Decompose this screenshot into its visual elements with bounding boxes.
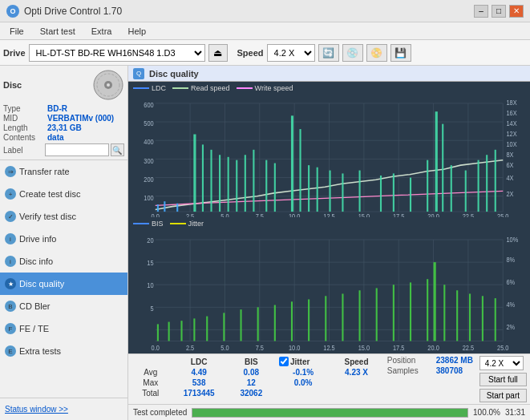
- disc-panel-header: Disc: [3, 69, 124, 101]
- svg-rect-53: [210, 150, 212, 212]
- sidebar-item-cd-bler-label: CD Bler: [19, 301, 51, 311]
- svg-rect-126: [308, 299, 310, 341]
- sidebar-menu: ⇒ Transfer rate + Create test disc ✓ Ver…: [0, 160, 127, 398]
- disc2-button[interactable]: 📀: [366, 44, 387, 62]
- minimize-button[interactable]: –: [474, 5, 488, 18]
- sidebar-item-drive-info-label: Drive info: [19, 234, 56, 244]
- disc-contents-value: data: [47, 133, 64, 142]
- svg-rect-131: [393, 285, 394, 341]
- right-stats: Position 23862 MB Samples 380708: [387, 356, 473, 402]
- speed-select[interactable]: 4.2 X 2.0 X 1.0 X: [267, 44, 315, 62]
- stats-total-label: Total: [131, 388, 170, 398]
- svg-rect-129: [359, 290, 361, 341]
- stats-avg-bis: 0.08: [229, 367, 274, 378]
- svg-text:6%: 6%: [507, 277, 516, 286]
- svg-text:4%: 4%: [507, 300, 516, 309]
- disc-quality-title: Disc quality: [149, 69, 199, 79]
- label-input[interactable]: [45, 143, 109, 156]
- sidebar-item-transfer-rate-label: Transfer rate: [19, 167, 70, 176]
- sidebar-item-verify-test-disc[interactable]: ✓ Verify test disc: [0, 205, 127, 228]
- svg-rect-51: [193, 135, 196, 212]
- disc-button[interactable]: 💿: [342, 44, 363, 62]
- menu-extra[interactable]: Extra: [85, 25, 119, 38]
- jitter-header-label: Jitter: [290, 357, 310, 366]
- label-search-button[interactable]: 🔍: [111, 143, 124, 156]
- start-part-button[interactable]: Start part: [479, 389, 527, 402]
- svg-text:10.0: 10.0: [289, 342, 301, 351]
- svg-rect-52: [202, 144, 204, 212]
- svg-rect-63: [308, 165, 310, 212]
- verify-test-disc-icon: ✓: [5, 211, 16, 222]
- disc-mid-value: VERBATIMv (000): [47, 114, 114, 123]
- sidebar-item-transfer-rate[interactable]: ⇒ Transfer rate: [0, 160, 127, 183]
- action-buttons: 4.2 X Start full Start part: [479, 356, 527, 402]
- toolbar: Drive HL-DT-ST BD-RE WH16NS48 1.D3 ⏏ Spe…: [0, 40, 530, 66]
- stats-samples-label: [332, 388, 380, 398]
- stats-total-ldc: 1713445: [170, 388, 229, 398]
- svg-rect-61: [291, 115, 293, 212]
- stats-position-label: [332, 378, 380, 388]
- menu-bar: File Start test Extra Help: [0, 22, 530, 40]
- svg-rect-138: [482, 296, 483, 341]
- menu-start-test[interactable]: Start test: [34, 25, 82, 38]
- svg-rect-73: [442, 124, 443, 212]
- drive-label: Drive: [3, 48, 26, 58]
- menu-help[interactable]: Help: [121, 25, 152, 38]
- svg-rect-57: [245, 155, 246, 212]
- svg-rect-70: [410, 178, 411, 212]
- stats-avg-ldc: 4.49: [170, 367, 229, 378]
- svg-rect-49: [164, 201, 165, 212]
- svg-text:5.0: 5.0: [220, 342, 229, 351]
- sidebar-item-extra-tests-label: Extra tests: [19, 346, 61, 356]
- svg-rect-123: [257, 307, 259, 341]
- svg-rect-55: [228, 157, 229, 212]
- svg-text:8%: 8%: [507, 255, 516, 264]
- sidebar-item-disc-quality[interactable]: ★ Disc quality: [0, 273, 127, 295]
- app-title: Opti Drive Control 1.70: [24, 6, 122, 17]
- svg-text:20.0: 20.0: [427, 212, 439, 216]
- sidebar-item-fe-te-label: FE / TE: [19, 324, 49, 333]
- read-speed-legend: Read speed: [172, 84, 230, 92]
- sidebar-item-extra-tests[interactable]: E Extra tests: [0, 340, 127, 362]
- jitter-legend: Jitter: [170, 220, 204, 228]
- stats-total-bis: 32062: [229, 388, 274, 398]
- sidebar-item-fe-te[interactable]: F FE / TE: [0, 317, 127, 340]
- refresh-button[interactable]: 🔄: [318, 44, 339, 62]
- stats-bis-header: BIS: [229, 356, 274, 367]
- svg-text:2%: 2%: [507, 322, 516, 331]
- svg-text:20.0: 20.0: [427, 342, 439, 351]
- sidebar-item-drive-info[interactable]: i Drive info: [0, 228, 127, 250]
- stats-avg-label: Avg: [131, 367, 170, 378]
- svg-text:4X: 4X: [507, 175, 514, 183]
- jitter-checkbox[interactable]: [279, 357, 289, 366]
- title-controls: – □ ✕: [474, 5, 524, 18]
- save-button[interactable]: 💾: [390, 44, 411, 62]
- svg-rect-133: [427, 279, 428, 341]
- eject-button[interactable]: ⏏: [208, 44, 228, 62]
- close-button[interactable]: ✕: [509, 5, 524, 18]
- stats-max-bis: 12: [229, 378, 274, 388]
- cd-bler-icon: B: [5, 301, 16, 312]
- sidebar-item-cd-bler[interactable]: B CD Bler: [0, 295, 127, 317]
- svg-text:300: 300: [144, 157, 154, 165]
- status-window-button[interactable]: Status window >>: [5, 405, 68, 414]
- menu-file[interactable]: File: [3, 25, 30, 38]
- maximize-button[interactable]: □: [492, 5, 506, 18]
- svg-rect-125: [291, 301, 293, 341]
- svg-text:2.5: 2.5: [186, 342, 194, 351]
- sidebar-item-create-test-disc[interactable]: + Create test disc: [0, 183, 127, 205]
- stats-total-jitter: [274, 388, 332, 398]
- svg-rect-135: [443, 285, 445, 341]
- sidebar-item-disc-info-label: Disc info: [19, 256, 53, 266]
- sidebar-item-disc-info[interactable]: i Disc info: [0, 250, 127, 273]
- position-value: 23862 MB: [436, 356, 473, 365]
- speed-dropdown[interactable]: 4.2 X: [479, 356, 524, 370]
- svg-text:7.5: 7.5: [256, 342, 264, 351]
- drive-select[interactable]: HL-DT-ST BD-RE WH16NS48 1.D3: [29, 44, 205, 62]
- svg-rect-64: [317, 168, 318, 212]
- charts-container: LDC Read speed Write speed: [128, 82, 530, 353]
- bis-legend-color: [133, 223, 149, 224]
- main-layout: Disc Type BD-R MID VERBATIMv (000) Lengt…: [0, 66, 530, 420]
- svg-text:18X: 18X: [507, 99, 518, 107]
- start-full-button[interactable]: Start full: [479, 373, 527, 386]
